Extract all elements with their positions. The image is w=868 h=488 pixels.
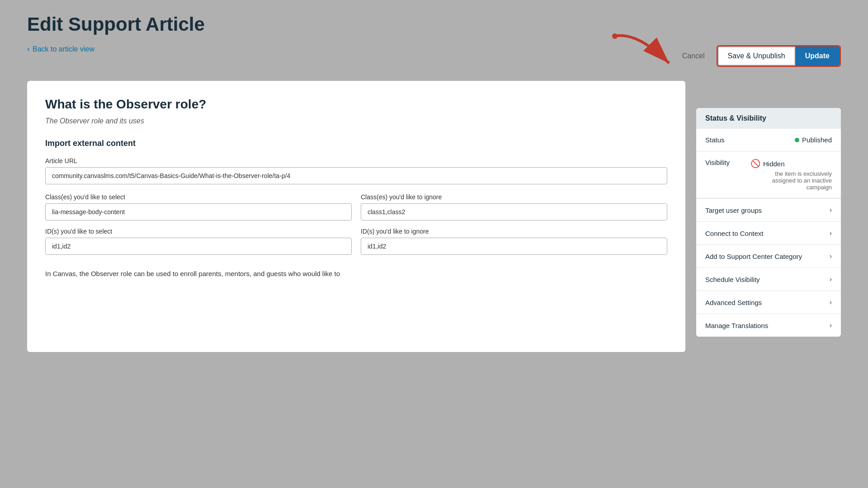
action-toolbar: Cancel Save & Unpublish Update <box>675 45 841 67</box>
save-update-group: Save & Unpublish Update <box>717 45 841 67</box>
ids-select-input[interactable] <box>45 238 352 255</box>
classes-select-group: Class(es) you'd like to select <box>45 193 352 221</box>
back-link-label: Back to article view <box>33 45 94 53</box>
accordion-label-advanced-settings: Advanced Settings <box>705 299 762 306</box>
ids-select-label: ID(s) you'd like to select <box>45 228 352 235</box>
hidden-icon: 🚫 <box>750 159 760 169</box>
accordion-schedule-visibility[interactable]: Schedule Visibility › <box>696 267 841 291</box>
ids-row: ID(s) you'd like to select ID(s) you'd l… <box>45 228 667 255</box>
url-label: Article URL <box>45 157 667 164</box>
accordion-label-add-to-support-center: Add to Support Center Category <box>705 253 802 260</box>
visibility-value-group: 🚫 Hidden the item is exclusively assigne… <box>750 159 832 191</box>
status-value: Published <box>795 136 832 144</box>
status-text: Published <box>802 136 832 144</box>
accordion-label-schedule-visibility: Schedule Visibility <box>705 276 760 283</box>
accordion-connect-to-context[interactable]: Connect to Context › <box>696 221 841 244</box>
status-row: Status Published <box>696 129 841 151</box>
accordion-add-to-support-center[interactable]: Add to Support Center Category › <box>696 244 841 267</box>
ids-select-group: ID(s) you'd like to select <box>45 228 352 255</box>
chevron-left-icon: ‹ <box>27 44 30 54</box>
update-button[interactable]: Update <box>795 47 840 66</box>
ids-ignore-input[interactable] <box>361 238 667 255</box>
accordion-label-connect-to-context: Connect to Context <box>705 230 763 237</box>
visibility-text: Hidden <box>763 160 785 168</box>
ids-ignore-label: ID(s) you'd like to ignore <box>361 228 667 235</box>
cancel-button[interactable]: Cancel <box>675 47 712 65</box>
classes-ignore-input[interactable] <box>361 203 667 221</box>
accordion-label-target-user-groups: Target user groups <box>705 206 762 214</box>
import-heading: Import external content <box>45 139 667 148</box>
visibility-value: 🚫 Hidden <box>750 159 832 169</box>
chevron-down-icon-6: › <box>830 321 832 329</box>
url-form-group: Article URL <box>45 157 667 184</box>
url-input[interactable] <box>45 167 667 184</box>
status-visibility-header: Status & Visibility <box>696 108 841 129</box>
classes-select-input[interactable] <box>45 203 352 221</box>
classes-row: Class(es) you'd like to select Class(es)… <box>45 193 667 221</box>
classes-select-label: Class(es) you'd like to select <box>45 193 352 201</box>
visibility-label: Visibility <box>705 159 730 166</box>
main-layout: What is the Observer role? The Observer … <box>27 81 841 352</box>
chevron-down-icon-2: › <box>830 229 832 237</box>
page-title: Edit Support Article <box>27 14 841 35</box>
chevron-down-icon-3: › <box>830 252 832 260</box>
chevron-down-icon-4: › <box>830 275 832 283</box>
article-title: What is the Observer role? <box>45 97 667 112</box>
status-label: Status <box>705 136 725 144</box>
chevron-down-icon: › <box>830 206 832 214</box>
classes-ignore-group: Class(es) you'd like to ignore <box>361 193 667 221</box>
article-body: In Canvas, the Observer role can be used… <box>45 268 667 279</box>
import-section: Import external content Article URL Clas… <box>45 139 667 255</box>
save-unpublish-button[interactable]: Save & Unpublish <box>718 47 795 66</box>
chevron-down-icon-5: › <box>830 298 832 306</box>
accordion-manage-translations[interactable]: Manage Translations › <box>696 314 841 337</box>
article-subtitle: The Observer role and its uses <box>45 117 667 125</box>
content-area: What is the Observer role? The Observer … <box>27 81 685 352</box>
status-dot-icon <box>795 138 799 142</box>
visibility-row: Visibility 🚫 Hidden the item is exclusiv… <box>696 151 841 198</box>
article-body-text: In Canvas, the Observer role can be used… <box>45 268 667 279</box>
classes-ignore-label: Class(es) you'd like to ignore <box>361 193 667 201</box>
sidebar-card: Status & Visibility Status Published Vis… <box>696 108 841 337</box>
accordion-target-user-groups[interactable]: Target user groups › <box>696 198 841 221</box>
sidebar: Status & Visibility Status Published Vis… <box>696 81 841 352</box>
ids-ignore-group: ID(s) you'd like to ignore <box>361 228 667 255</box>
accordion-label-manage-translations: Manage Translations <box>705 322 768 329</box>
visibility-note: the item is exclusively assigned to an i… <box>750 170 832 191</box>
accordion-advanced-settings[interactable]: Advanced Settings › <box>696 291 841 314</box>
